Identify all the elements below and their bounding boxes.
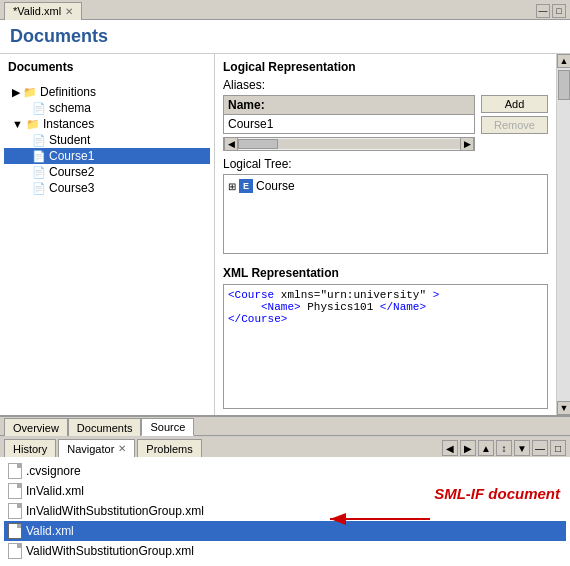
- file-icon-course3: 📄: [32, 182, 46, 195]
- add-button[interactable]: Add: [481, 95, 548, 113]
- aliases-table: Name: Course1: [223, 95, 475, 134]
- file-icon-cvsignore: [8, 463, 22, 479]
- lt-expand-icon[interactable]: ⊞: [228, 181, 236, 192]
- file-icon-validsubst: [8, 543, 22, 559]
- instances-label: Instances: [43, 117, 94, 131]
- file-tab[interactable]: *Valid.xml ✕: [4, 2, 82, 20]
- nav-file-invalid: InValid.xml: [26, 484, 84, 498]
- v-scroll-down[interactable]: ▼: [557, 401, 570, 415]
- tree-item-course2[interactable]: 📄 Course2: [4, 164, 210, 180]
- nav-up-btn[interactable]: ▲: [478, 440, 494, 456]
- lt-node-icon: E: [239, 179, 253, 193]
- scroll-right[interactable]: ▶: [460, 137, 474, 151]
- xml-line2: <Name> Physics101 </Name>: [228, 301, 543, 313]
- tree-item-course3[interactable]: 📄 Course3: [4, 180, 210, 196]
- tab-overview-label: Overview: [13, 422, 59, 434]
- history-label: History: [13, 443, 47, 455]
- documents-pane-title: Documents: [0, 54, 214, 80]
- xml-box[interactable]: <Course xmlns="urn:university" > <Name> …: [223, 284, 548, 409]
- nav-tab-navigator[interactable]: Navigator ✕: [58, 439, 135, 457]
- maximize-btn[interactable]: □: [552, 4, 566, 18]
- xml-tag-close1: >: [433, 289, 440, 301]
- annotation-text: SML-IF document: [434, 485, 560, 502]
- aliases-table-container: Name: Course1 ◀ ▶: [223, 95, 475, 151]
- nav-back-btn[interactable]: ◀: [442, 440, 458, 456]
- v-scrollbar: ▲ ▼: [556, 54, 570, 415]
- remove-button[interactable]: Remove: [481, 116, 548, 134]
- nav-tab-bar: History Navigator ✕ Problems ◀ ▶ ▲ ↕ ▼ —…: [0, 437, 570, 457]
- v-scroll-up[interactable]: ▲: [557, 54, 570, 68]
- nav-forward-btn[interactable]: ▶: [460, 440, 476, 456]
- nav-file-valid: Valid.xml: [26, 524, 74, 538]
- file-icon-invalidsubst: [8, 503, 22, 519]
- tab-documents-label: Documents: [77, 422, 133, 434]
- tree-item-definitions[interactable]: ▶ 📁 Definitions: [4, 84, 210, 100]
- top-tab-bar: *Valid.xml ✕ — □: [0, 0, 570, 20]
- scroll-left[interactable]: ◀: [224, 137, 238, 151]
- course2-label: Course2: [49, 165, 94, 179]
- nav-item-valid[interactable]: Valid.xml: [4, 521, 566, 541]
- xml-repr-title: XML Representation: [223, 260, 548, 284]
- main-area: Documents Documents ▶ 📁 Definitions 📄 sc…: [0, 20, 570, 566]
- nav-file-invalidsubst: InValidWithSubstitutionGroup.xml: [26, 504, 204, 518]
- student-label: Student: [49, 133, 90, 147]
- tree-item-schema[interactable]: 📄 schema: [4, 100, 210, 116]
- logical-tree-label: Logical Tree:: [223, 157, 548, 171]
- tab-source-label: Source: [150, 421, 185, 433]
- nav-close-icon[interactable]: ✕: [118, 443, 126, 454]
- add-remove-buttons: Add Remove: [481, 95, 548, 134]
- navigator-outer: History Navigator ✕ Problems ◀ ▶ ▲ ↕ ▼ —…: [0, 436, 570, 566]
- window-controls: — □: [536, 4, 566, 18]
- nav-menu-btn[interactable]: ▼: [514, 440, 530, 456]
- tab-overview[interactable]: Overview: [4, 418, 68, 436]
- tree-item-course1[interactable]: 📄 Course1: [4, 148, 210, 164]
- xml-name-value: Physics101: [307, 301, 373, 313]
- xml-repr-section: XML Representation <Course xmlns="urn:un…: [215, 260, 556, 415]
- definitions-label: Definitions: [40, 85, 96, 99]
- lt-item-course[interactable]: ⊞ E Course: [228, 179, 543, 193]
- nav-max-btn[interactable]: □: [550, 440, 566, 456]
- xml-name-open: <Name>: [261, 301, 301, 313]
- aliases-label: Aliases:: [223, 78, 548, 92]
- nav-content: .cvsignore InValid.xml InValidWithSubsti…: [0, 457, 570, 566]
- file-icon-schema: 📄: [32, 102, 46, 115]
- xml-indent2: [228, 301, 254, 313]
- expand-icon-def: ▶: [12, 86, 20, 99]
- aliases-row: Name: Course1 ◀ ▶ Add Remo: [223, 95, 548, 151]
- page-title: Documents: [0, 20, 570, 54]
- tree-item-instances[interactable]: ▼ 📁 Instances: [4, 116, 210, 132]
- aliases-value: Course1: [224, 115, 474, 133]
- file-icon-course1: 📄: [32, 150, 46, 163]
- nav-item-cvsignore[interactable]: .cvsignore: [4, 461, 566, 481]
- xml-line3: </Course>: [228, 313, 543, 325]
- right-pane: Logical Representation Aliases: Name: Co…: [215, 54, 556, 415]
- xml-tag-open: <Course: [228, 289, 274, 301]
- nav-tab-history[interactable]: History: [4, 439, 56, 457]
- folder-icon-inst: 📁: [26, 118, 40, 131]
- aliases-scrollbar[interactable]: ◀ ▶: [223, 137, 475, 151]
- file-icon-student: 📄: [32, 134, 46, 147]
- v-scroll-thumb: [558, 70, 570, 100]
- xml-line1: <Course xmlns="urn:university" >: [228, 289, 543, 301]
- minimize-btn[interactable]: —: [536, 4, 550, 18]
- v-scroll-track: [557, 68, 570, 401]
- nav-min-btn[interactable]: —: [532, 440, 548, 456]
- nav-item-validsubst[interactable]: ValidWithSubstitutionGroup.xml: [4, 541, 566, 561]
- bottom-tab-bar: Overview Documents Source: [0, 416, 570, 436]
- file-tab-close[interactable]: ✕: [65, 6, 73, 17]
- navigator-panel: History Navigator ✕ Problems ◀ ▶ ▲ ↕ ▼ —…: [0, 436, 570, 566]
- tree-item-student[interactable]: 📄 Student: [4, 132, 210, 148]
- tab-documents[interactable]: Documents: [68, 418, 142, 436]
- tab-source[interactable]: Source: [141, 418, 194, 436]
- file-icon-valid: [8, 523, 22, 539]
- documents-panel: Documents ▶ 📁 Definitions 📄 schema: [0, 54, 570, 416]
- file-icon-invalid: [8, 483, 22, 499]
- tree-area: ▶ 📁 Definitions 📄 schema ▼ 📁 Instances: [0, 80, 214, 415]
- nav-sync-btn[interactable]: ↕: [496, 440, 512, 456]
- nav-file-validsubst: ValidWithSubstitutionGroup.xml: [26, 544, 194, 558]
- course3-label: Course3: [49, 181, 94, 195]
- left-pane: Documents ▶ 📁 Definitions 📄 schema: [0, 54, 215, 415]
- annotation-arrow: [320, 509, 440, 539]
- nav-item-invalidsubst[interactable]: InValidWithSubstitutionGroup.xml: [4, 501, 566, 521]
- nav-tab-problems[interactable]: Problems: [137, 439, 201, 457]
